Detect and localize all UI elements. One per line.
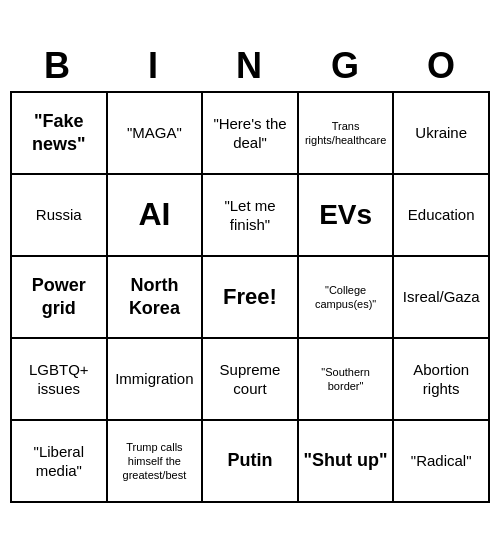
cell-4-1: Trump calls himself the greatest/best [108, 421, 204, 503]
cell-2-0: Power grid [12, 257, 108, 339]
cell-2-1: North Korea [108, 257, 204, 339]
cell-1-4: Education [394, 175, 490, 257]
cell-4-4: "Radical" [394, 421, 490, 503]
cell-0-2: "Here's the deal" [203, 93, 299, 175]
cell-0-4: Ukraine [394, 93, 490, 175]
cell-0-1: "MAGA" [108, 93, 204, 175]
header-b: B [10, 41, 106, 91]
cell-1-3: EVs [299, 175, 395, 257]
cell-3-4: Abortion rights [394, 339, 490, 421]
cell-2-4: Isreal/Gaza [394, 257, 490, 339]
cell-1-2: "Let me finish" [203, 175, 299, 257]
cell-2-2-free: Free! [203, 257, 299, 339]
bingo-grid: "Fake news" "MAGA" "Here's the deal" Tra… [10, 91, 490, 503]
cell-3-2: Supreme court [203, 339, 299, 421]
header-g: G [298, 41, 394, 91]
cell-4-3: "Shut up" [299, 421, 395, 503]
cell-0-3: Trans rights/healthcare [299, 93, 395, 175]
header-i: I [106, 41, 202, 91]
bingo-card: B I N G O "Fake news" "MAGA" "Here's the… [10, 41, 490, 503]
cell-3-0: LGBTQ+ issues [12, 339, 108, 421]
cell-1-1: AI [108, 175, 204, 257]
cell-1-0: Russia [12, 175, 108, 257]
cell-2-3: "College campus(es)" [299, 257, 395, 339]
header-o: O [394, 41, 490, 91]
cell-3-3: "Southern border" [299, 339, 395, 421]
cell-0-0: "Fake news" [12, 93, 108, 175]
bingo-header: B I N G O [10, 41, 490, 91]
cell-4-0: "Liberal media" [12, 421, 108, 503]
header-n: N [202, 41, 298, 91]
cell-4-2: Putin [203, 421, 299, 503]
cell-3-1: Immigration [108, 339, 204, 421]
